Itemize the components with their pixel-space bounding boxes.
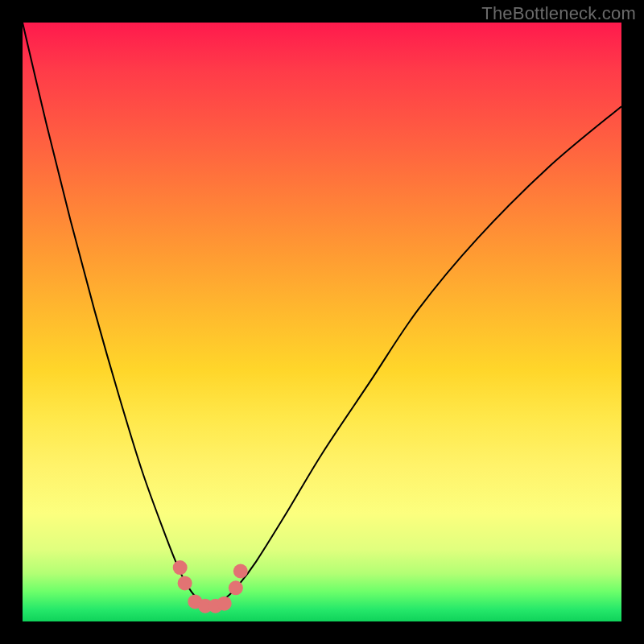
chart-svg: [23, 23, 621, 621]
highlight-point: [173, 560, 188, 575]
highlighted-points: [173, 560, 248, 613]
plot-area: [23, 23, 621, 621]
highlight-point: [229, 580, 243, 595]
bottleneck-curve: [23, 23, 621, 605]
highlight-point: [217, 597, 232, 611]
watermark-text: TheBottleneck.com: [481, 3, 636, 24]
bottleneck-curve-path: [23, 23, 621, 605]
chart-frame: TheBottleneck.com: [0, 0, 644, 644]
highlight-point: [178, 576, 192, 590]
highlight-point: [233, 564, 248, 579]
